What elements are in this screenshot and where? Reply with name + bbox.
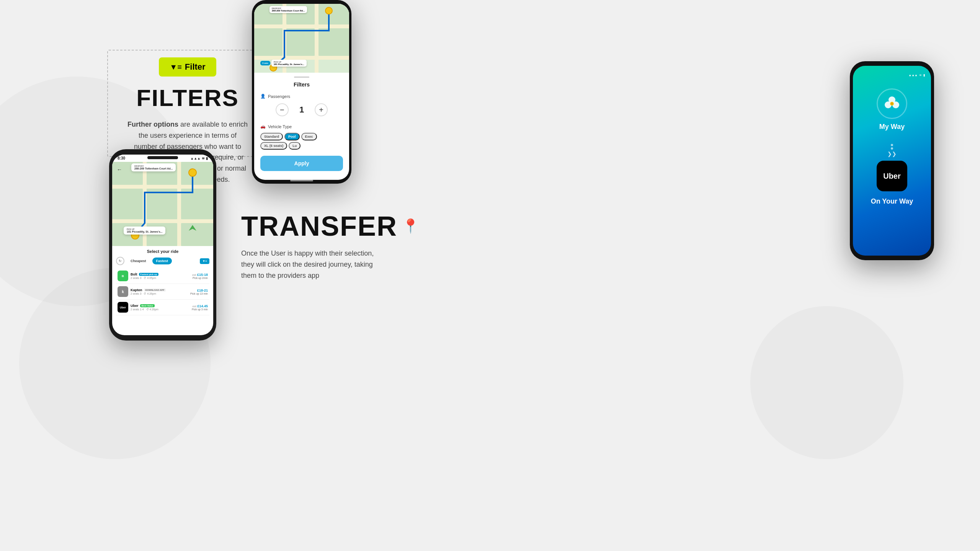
uber-meta: 2 seats 1-4 ⏱ 4:26pm	[131, 308, 189, 311]
phone-center-screen: DROPOFF 268-269 Tottenham Court Rd... 3 …	[254, 4, 349, 180]
svg-rect-11	[177, 162, 181, 246]
phone-left-status-icons: ▲▲▲ ≋ ▮	[190, 156, 208, 160]
transfer-title: TRANSFER 📍	[241, 210, 379, 242]
uber-seats: 2 seats 1-4	[131, 308, 144, 311]
person-icon: 👤	[260, 94, 266, 99]
svg-rect-9	[181, 223, 213, 246]
svg-rect-25	[315, 4, 318, 73]
center-pickup-address: 181 Piccadilly, St. James's...	[274, 63, 304, 65]
transfer-section: TRANSFER 📍 Once the User is happy with t…	[241, 210, 379, 281]
vehicle-chip-exec[interactable]: Exec	[301, 133, 317, 140]
refresh-icon[interactable]: ↻	[116, 257, 124, 265]
svg-point-14	[189, 169, 196, 176]
kapten-price: £18-21 Pick up 13 min	[190, 289, 208, 295]
passengers-control: − 1 +	[260, 103, 343, 116]
svg-rect-26	[254, 24, 349, 28]
svg-rect-13	[112, 219, 213, 223]
phone-right: ▲▲▲ ≋ ▮ My	[850, 61, 934, 260]
arrow-dot-1	[891, 144, 893, 146]
passengers-label: Passengers	[268, 94, 290, 99]
svg-rect-27	[254, 56, 349, 60]
wifi-icon: ≋	[202, 156, 205, 160]
svg-rect-12	[112, 185, 213, 189]
phone-center-frame: DROPOFF 268-269 Tottenham Court Rd... 3 …	[252, 0, 351, 184]
sort-cheapest-btn[interactable]: Cheapest	[127, 258, 150, 264]
ride-item-kapten[interactable]: k Kapten DOWNLOAD APP 2 seats 3 ⏱ 4:26pm…	[116, 284, 209, 300]
center-time-badge: 3 min	[260, 61, 270, 65]
back-arrow[interactable]: ←	[117, 166, 122, 173]
kapten-logo: k	[118, 286, 128, 297]
kapten-seats: 2 seats 3	[131, 292, 141, 295]
svg-rect-4	[112, 189, 143, 219]
vehicle-chip-pool[interactable]: Pool	[284, 133, 300, 140]
passengers-row-label: 👤 Passengers	[260, 94, 343, 99]
uber-price-range: est £14.45	[192, 304, 208, 308]
vehicle-chips: Standard Pool Exec XL (6 seats) Lu	[260, 133, 343, 150]
uber-info: Uber Best Value 2 seats 1-4 ⏱ 4:26pm	[131, 304, 189, 311]
myway-title: My Way	[879, 123, 905, 131]
filters-title: FILTERS	[122, 84, 253, 111]
phone-center: DROPOFF 268-269 Tottenham Court Rd... 3 …	[252, 0, 351, 184]
filter-button[interactable]: ▼≡ Filter	[159, 57, 216, 77]
bolt-seats: 2 seats 3	[131, 277, 141, 279]
phone-left-map: ← DROPOFF 268-269 Tottenham Court Ad... …	[112, 162, 213, 246]
uber-badge: Best Value	[140, 304, 155, 307]
right-wifi-icon: ≋	[919, 73, 922, 77]
filter-button-label: Filter	[185, 62, 206, 72]
uber-pickup-time: Pick up 3 min	[192, 308, 208, 311]
filters-panel: Filters 👤 Passengers − 1 + 🚗 Vehicle Typ…	[254, 73, 349, 175]
sort-fastest-btn[interactable]: Fastest	[152, 258, 172, 264]
bolt-name-row: Bolt Fastest pick up	[131, 272, 190, 276]
svg-point-28	[325, 7, 332, 14]
phone-center-home-bar	[290, 180, 313, 181]
myway-logo-container: My Way	[877, 88, 907, 132]
battery-icon: ▮	[206, 156, 208, 160]
filter-small-icon[interactable]: ▼≡	[200, 258, 209, 264]
phone-right-frame: ▲▲▲ ≋ ▮ My	[850, 61, 934, 260]
kapten-pickup-time: Pick up 13 min	[190, 292, 208, 295]
center-dropoff-address: 268-269 Tottenham Court Rd...	[272, 10, 305, 12]
chevron-down-icon: ❯❯	[887, 151, 897, 157]
kapten-eta: ⏱ 4:26pm	[144, 292, 156, 295]
ride-item-uber[interactable]: Uber Uber Best Value 2 seats 1-4 ⏱ 4:26p…	[116, 300, 209, 315]
bolt-name: Bolt	[131, 272, 137, 276]
phone-left: 8:30 ▲▲▲ ≋ ▮	[109, 149, 216, 341]
vehicle-chip-standard[interactable]: Standard	[260, 133, 283, 140]
kapten-meta: 2 seats 3 ⏱ 4:26pm	[131, 292, 188, 295]
phone-right-status-bar: ▲▲▲ ≋ ▮	[859, 73, 925, 77]
svg-rect-20	[318, 4, 349, 24]
signal-icon: ▲▲▲	[190, 156, 201, 160]
passengers-decrease-btn[interactable]: −	[276, 103, 289, 116]
passengers-increase-btn[interactable]: +	[315, 103, 328, 116]
select-ride-title: Select your ride	[116, 249, 209, 254]
right-battery-icon: ▮	[923, 73, 925, 77]
ride-item-bolt[interactable]: B Bolt Fastest pick up 2 seats 3 ⏱ 4:05p…	[116, 268, 209, 284]
bolt-price-range: est £15-18	[192, 273, 208, 277]
arrow-dot-2	[891, 147, 893, 150]
myway-logo	[877, 88, 907, 119]
car-icon: 🚗	[260, 124, 266, 129]
phone-left-screen: 8:30 ▲▲▲ ≋ ▮	[112, 155, 213, 335]
svg-point-34	[891, 103, 893, 105]
svg-rect-21	[254, 28, 283, 56]
bolt-meta: 2 seats 3 ⏱ 4:05pm	[131, 277, 190, 279]
filters-desc-bold: Further options	[127, 121, 178, 128]
bolt-info: Bolt Fastest pick up 2 seats 3 ⏱ 4:05pm	[131, 272, 190, 279]
vehicle-chip-xl[interactable]: XL (6 seats)	[260, 142, 287, 150]
center-time-badge-value: 3 min	[262, 62, 268, 64]
filters-panel-title: Filters	[260, 82, 343, 88]
kapten-name: Kapten	[131, 288, 142, 292]
apply-button[interactable]: Apply	[260, 156, 343, 171]
phone-left-time: 8:30	[118, 156, 125, 160]
uber-box: Uber	[877, 161, 907, 191]
uber-text-logo: Uber	[883, 172, 901, 181]
kapten-info: Kapten DOWNLOAD APP 2 seats 3 ⏱ 4:26pm	[131, 288, 188, 295]
dropoff-card: DROPOFF 268-269 Tottenham Court Ad...	[131, 163, 176, 171]
kapten-badge: DOWNLOAD APP	[144, 289, 166, 292]
phone-left-frame: 8:30 ▲▲▲ ≋ ▮	[109, 149, 216, 341]
vehicle-chip-lu[interactable]: Lu	[289, 142, 301, 150]
bolt-eta: ⏱ 4:05pm	[144, 277, 156, 279]
vehicle-type-label: Vehicle Type	[268, 124, 292, 129]
bolt-badge: Fastest pick up	[139, 273, 159, 276]
dropoff-address: 268-269 Tottenham Court Ad...	[134, 167, 173, 170]
